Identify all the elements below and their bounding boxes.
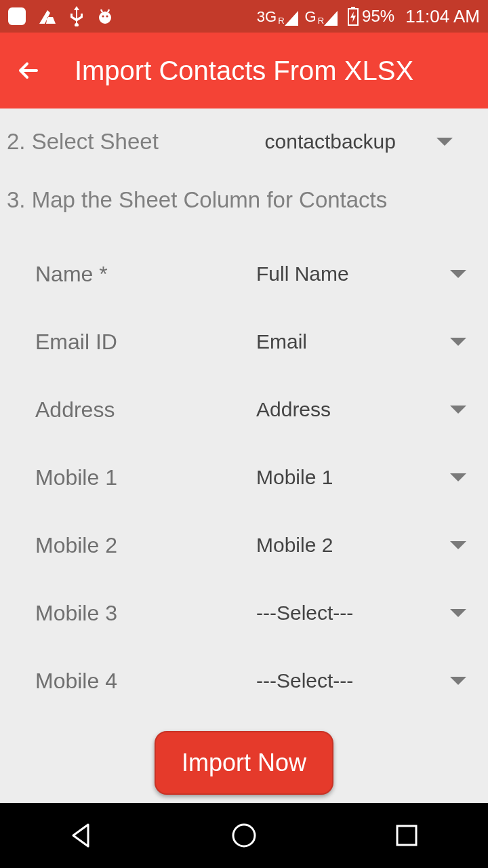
svg-point-1 <box>102 15 104 17</box>
map-value-name: Full Name <box>256 262 450 285</box>
cleaner-icon <box>38 7 57 25</box>
svg-point-2 <box>106 15 108 17</box>
signal-2-icon <box>324 11 338 26</box>
square-recent-icon <box>390 819 423 852</box>
chevron-down-icon <box>450 406 466 414</box>
svg-point-0 <box>99 12 111 24</box>
battery: 95% <box>347 7 394 26</box>
app-indicator-icon <box>8 7 26 25</box>
page-title: Import Contacts From XLSX <box>14 56 474 86</box>
chevron-down-icon <box>450 541 466 549</box>
select-sheet-value: contactbackup <box>265 130 396 153</box>
map-select-mobile1[interactable]: Mobile 1 <box>256 466 481 489</box>
chevron-down-icon <box>450 270 466 278</box>
signal-1: 3GR <box>257 7 298 26</box>
map-row-address: Address Address <box>7 376 481 443</box>
status-bar: 3GR GR 95% 11:04 AM <box>0 0 488 33</box>
map-label-mobile4: Mobile 4 <box>35 669 256 694</box>
map-label-mobile2: Mobile 2 <box>35 533 256 558</box>
usb-icon <box>69 6 84 26</box>
map-value-mobile2: Mobile 2 <box>256 534 450 557</box>
chevron-down-icon <box>450 677 466 685</box>
content: 2. Select Sheet contactbackup 3. Map the… <box>0 108 488 807</box>
system-nav-bar <box>0 803 488 868</box>
chevron-down-icon <box>450 473 466 481</box>
nav-back-button[interactable] <box>65 819 98 852</box>
map-label-address: Address <box>35 397 256 422</box>
nav-recent-button[interactable] <box>390 819 423 852</box>
map-label-mobile1: Mobile 1 <box>35 465 256 490</box>
map-select-mobile3[interactable]: ---Select--- <box>256 601 481 625</box>
map-label-name: Name * <box>35 262 256 287</box>
circle-home-icon <box>228 819 260 852</box>
signal-1-label: 3G <box>257 8 277 26</box>
signal-1-icon <box>285 11 298 26</box>
signal-2-sup: R <box>318 16 324 26</box>
battery-percent: 95% <box>362 7 394 26</box>
map-row-name: Name * Full Name <box>7 240 481 308</box>
app-bar: Import Contacts From XLSX <box>0 33 488 108</box>
map-select-email[interactable]: Email <box>256 330 481 353</box>
import-button-wrap: Import Now <box>7 715 481 807</box>
map-label-email: Email ID <box>35 330 256 355</box>
map-row-mobile3: Mobile 3 ---Select--- <box>7 579 481 647</box>
map-row-mobile2: Mobile 2 Mobile 2 <box>7 511 481 579</box>
chevron-down-icon <box>450 609 466 617</box>
status-time: 11:04 AM <box>405 6 480 27</box>
svg-rect-6 <box>397 826 416 845</box>
import-now-button[interactable]: Import Now <box>155 731 333 795</box>
map-row-mobile1: Mobile 1 Mobile 1 <box>7 443 481 511</box>
select-sheet-row: 2. Select Sheet contactbackup <box>7 108 481 175</box>
map-select-address[interactable]: Address <box>256 398 481 421</box>
chevron-down-icon <box>436 138 453 146</box>
status-right: 3GR GR 95% 11:04 AM <box>257 6 480 27</box>
map-columns-heading: 3. Map the Sheet Column for Contacts <box>7 175 481 240</box>
map-value-mobile4: ---Select--- <box>256 669 450 692</box>
map-value-mobile1: Mobile 1 <box>256 466 450 489</box>
status-left-icons <box>8 6 114 26</box>
map-value-address: Address <box>256 398 450 421</box>
signal-2: GR <box>305 7 338 26</box>
map-select-name[interactable]: Full Name <box>256 262 481 285</box>
debug-icon <box>96 7 114 26</box>
map-value-mobile3: ---Select--- <box>256 601 450 625</box>
map-row-mobile4: Mobile 4 ---Select--- <box>7 647 481 715</box>
chevron-down-icon <box>450 338 466 346</box>
signal-2-label: G <box>305 8 317 26</box>
select-sheet-dropdown[interactable]: contactbackup <box>265 130 481 153</box>
battery-charging-icon <box>347 7 359 26</box>
map-select-mobile2[interactable]: Mobile 2 <box>256 534 481 557</box>
svg-point-5 <box>233 825 255 846</box>
nav-home-button[interactable] <box>228 819 260 852</box>
svg-rect-4 <box>351 7 355 9</box>
triangle-back-icon <box>65 819 98 852</box>
select-sheet-label: 2. Select Sheet <box>7 129 159 155</box>
map-label-mobile3: Mobile 3 <box>35 601 256 626</box>
map-row-email: Email ID Email <box>7 308 481 376</box>
signal-1-sup: R <box>278 16 284 26</box>
map-select-mobile4[interactable]: ---Select--- <box>256 669 481 692</box>
map-value-email: Email <box>256 330 450 353</box>
